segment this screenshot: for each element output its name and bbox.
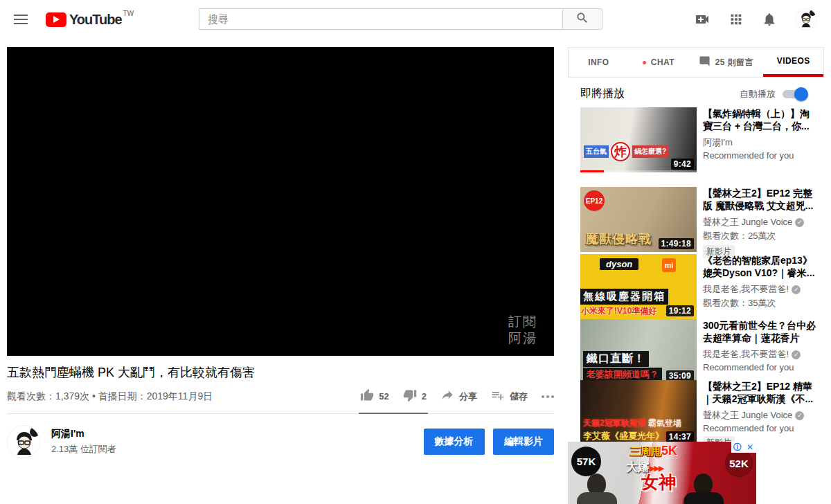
thumbnail-overlay-text: 小米來了!V10準備好 (581, 305, 656, 317)
video-info-section: 五款熱門塵蟎機 PK 大亂鬥，有比較就有傷害 觀看次數：1,379次 • 首播日… (7, 364, 554, 458)
search-input[interactable] (199, 8, 562, 30)
video-title[interactable]: 【聲林之王2】EP12 完整版 魔獸侵略戰 艾文超兇... (703, 187, 817, 212)
ad-person-before (576, 474, 618, 504)
ad-stat-right: 52K (725, 449, 753, 477)
playlist-add-icon (491, 388, 505, 404)
list-item[interactable]: 五台氣 炸 鍋怎麼選? 9:42 【氣炸鍋特輯（上）】淘寶三台 + 台灣二台，你… (580, 107, 817, 172)
like-button[interactable]: 52 (360, 388, 388, 404)
video-channel[interactable]: 我是老爸,我不要當爸! (703, 283, 817, 296)
channel-name[interactable]: 阿湯I'm (51, 428, 116, 440)
tab-chat-label: CHAT (651, 57, 674, 67)
thumbnail-overlay-text: 魔獸侵略戰 (586, 231, 652, 247)
video-meta: Recommended for you (703, 362, 817, 372)
channel-name: 聲林之王 Jungle Voice (703, 216, 792, 228)
more-actions-button[interactable] (542, 395, 554, 398)
thumbnail-overlay-text: 老婆該開頻道嗎？ (583, 368, 662, 381)
video-channel[interactable]: 我是老爸,我不要當爸! (703, 348, 817, 361)
list-item[interactable]: EP12 魔獸侵略戰 1:49:18 【聲林之王2】EP12 完整版 魔獸侵略戰… (580, 187, 817, 252)
ad-close-icon[interactable]: ✕ (744, 442, 756, 453)
tab-comments[interactable]: 25 則留言 (688, 48, 763, 77)
apps-grid-icon[interactable] (729, 12, 744, 27)
video-title[interactable]: 【氣炸鍋特輯（上）】淘寶三台 + 台灣二台，你... (703, 107, 817, 132)
tab-chat[interactable]: CHAT (629, 48, 689, 77)
video-thumbnail[interactable]: 鐵口直斷！ 老婆該開頻道嗎？ 35:09 (580, 319, 697, 384)
save-label: 儲存 (510, 390, 528, 403)
sidebar-tabbar: INFO CHAT 25 則留言 VIDEOS (568, 47, 824, 78)
ad-headline-number: 5K (661, 444, 677, 458)
analytics-button[interactable]: 數據分析 (424, 429, 485, 455)
user-avatar[interactable] (795, 8, 817, 30)
video-meta-row: 觀看次數：1,379次 • 首播日期：2019年11月9日 52 2 (7, 388, 554, 404)
youtube-logo[interactable]: YouTube TW (46, 11, 134, 28)
video-title[interactable]: 300元看前世今生？台中必去超準算命｜蓮花香片 (703, 319, 817, 344)
video-title[interactable]: 【聲林之王2】EP12 精華｜天籟2冠軍耿斯漢《不... (703, 380, 817, 405)
logo-region-label: TW (123, 10, 134, 17)
notifications-bell-icon[interactable] (762, 12, 777, 27)
channel-name: 阿湯I'm (703, 136, 733, 149)
ad-info-icon[interactable]: ⓘ (731, 442, 744, 453)
autoplay-label: 自動播放 (740, 88, 776, 100)
hamburger-menu-icon[interactable] (8, 6, 33, 33)
tab-info[interactable]: INFO (569, 48, 629, 77)
video-thumbnail[interactable]: 天籟2冠軍耿斯漢霸氣登場 李艾薇《盛夏光年》炸 14:37 (580, 380, 697, 445)
player-watermark: 訂閱 阿湯 (508, 314, 537, 348)
header-actions (694, 0, 817, 39)
autoplay-toggle[interactable] (783, 90, 806, 98)
channel-avatar[interactable] (7, 425, 40, 458)
search-button[interactable] (562, 8, 602, 30)
video-title[interactable]: 《老爸的智能家居ep13》媲美Dyson V10?｜睿米... (703, 254, 817, 279)
duration-badge: 9:42 (671, 159, 694, 170)
video-meta: Recommended for you (703, 150, 817, 161)
search-icon (575, 11, 589, 28)
video-channel[interactable]: 阿湯I'm (703, 136, 817, 149)
watermark-line-1: 訂閱 (508, 314, 537, 331)
video-meta: 觀看次數：35萬次 (703, 297, 817, 309)
thumbnail-overlay-text: 鐵口直斷！ (583, 351, 649, 367)
owner-buttons: 數據分析 編輯影片 (418, 429, 554, 455)
video-channel[interactable]: 聲林之王 Jungle Voice (703, 216, 817, 228)
share-label: 分享 (459, 390, 477, 403)
view-count: 觀看次數：1,379次 • 首播日期：2019年11月9日 (7, 390, 213, 403)
channel-name: 我是老爸,我不要當爸! (703, 283, 789, 296)
video-info: 300元看前世今生？台中必去超準算命｜蓮花香片 我是老爸,我不要當爸! Reco… (703, 319, 817, 384)
video-thumbnail[interactable]: dyson mi 無線吸塵器開箱 小米來了!V10準備好 19:12 (580, 254, 697, 319)
edit-video-button[interactable]: 編輯影片 (493, 429, 554, 455)
list-item[interactable]: 鐵口直斷！ 老婆該開頻道嗎？ 35:09 300元看前世今生？台中必去超準算命｜… (580, 319, 817, 384)
video-thumbnail[interactable]: EP12 魔獸侵略戰 1:49:18 (580, 187, 697, 252)
share-button[interactable]: 分享 (440, 388, 477, 404)
sidebar: INFO CHAT 25 則留言 VIDEOS 即將播放 自動播放 (568, 47, 824, 504)
tab-videos[interactable]: VIDEOS (763, 48, 823, 77)
channel-text: 阿湯I'm 2.13萬 位訂閱者 (51, 428, 116, 456)
thumb-text: 李艾薇《盛夏光年》 (583, 431, 664, 441)
ad-stat-left: 57K (571, 447, 601, 476)
list-item[interactable]: 天籟2冠軍耿斯漢霸氣登場 李艾薇《盛夏光年》炸 14:37 【聲林之王2】EP1… (580, 380, 817, 445)
save-button[interactable]: 儲存 (491, 388, 528, 404)
thumbnail-brand-text: dyson (600, 258, 638, 270)
comment-bubble-icon (699, 55, 711, 69)
list-item[interactable]: dyson mi 無線吸塵器開箱 小米來了!V10準備好 19:12 《老爸的智… (580, 254, 817, 319)
search-form (199, 8, 602, 30)
dislike-button[interactable]: 2 (403, 388, 427, 404)
video-create-icon[interactable] (694, 11, 711, 28)
ad-line3: 女神 (641, 471, 676, 494)
rating-group: 52 2 (360, 388, 427, 404)
share-icon (440, 388, 454, 404)
display-ad[interactable]: 57K 52K 三周甩5K 大嬸▶▶▶ 女神 ⓘ ✕ (568, 442, 756, 504)
thumbnail-overlay-text: 天籟2冠軍耿斯漢霸氣登場 (583, 417, 681, 429)
thumbnail-ep-badge: EP12 (584, 190, 605, 211)
thumb-text: 霸氣登場 (648, 418, 681, 428)
upnext-row: 即將播放 自動播放 (580, 87, 814, 101)
video-meta: Recommended for you (703, 423, 817, 433)
video-player[interactable]: 訂閱 阿湯 (7, 47, 554, 356)
watermark-line-2: 阿湯 (508, 330, 537, 348)
video-channel[interactable]: 聲林之王 Jungle Voice (703, 409, 817, 422)
ad-headline: 三周甩5K (630, 444, 677, 458)
thumb-text: 五台氣 (584, 145, 609, 158)
chat-unread-dot-icon (643, 61, 646, 64)
video-thumbnail[interactable]: 五台氣 炸 鍋怎麼選? 9:42 (580, 107, 697, 172)
dislike-count: 2 (422, 391, 427, 402)
thumb-down-icon (403, 388, 417, 404)
video-meta: 觀看次數：25萬次 (703, 230, 817, 242)
video-title: 五款熱門塵蟎機 PK 大亂鬥，有比較就有傷害 (7, 364, 554, 381)
video-actions: 52 2 分享 (360, 388, 554, 404)
